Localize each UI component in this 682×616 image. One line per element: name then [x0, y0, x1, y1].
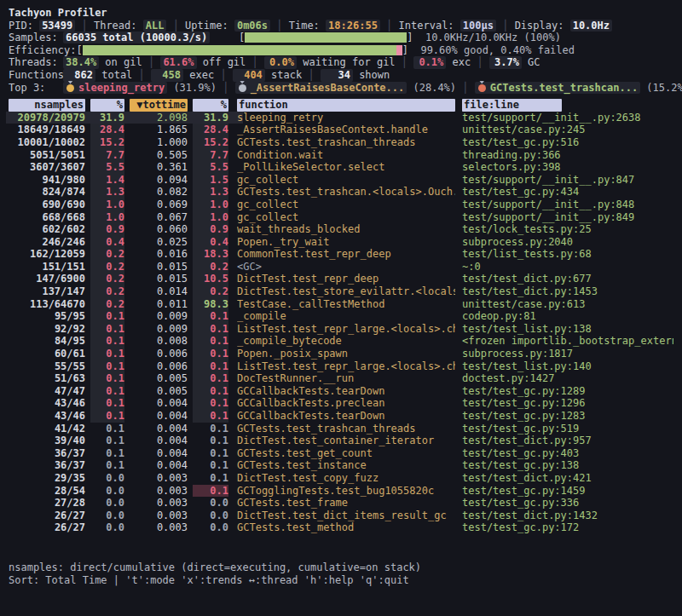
- table-row[interactable]: 47/470.10.0050.1GCCallbackTests.tearDown…: [9, 385, 673, 398]
- nsamples-cell: 36/37: [9, 447, 85, 460]
- time-value: 18:26:55: [326, 20, 380, 32]
- function-stat-label: shown: [353, 69, 390, 81]
- nsamples-cell: 113/64670: [9, 298, 85, 311]
- tottime-cell: 0.069: [130, 199, 188, 211]
- table-row[interactable]: 55/550.10.0060.1ListTest.test_repr_large…: [9, 360, 673, 373]
- cumulative-pct-cell: 0.2: [193, 261, 228, 273]
- column-header-tottime-sorted[interactable]: ▼tottime: [130, 99, 188, 112]
- app-title: Tachyon Profiler: [9, 7, 673, 20]
- function-stat-value: 458: [151, 69, 183, 82]
- top3-item[interactable]: _AssertRaisesBaseConte...: [235, 82, 407, 94]
- direct-pct-cell: 0.2: [90, 261, 124, 273]
- top3-percent: (28.4%): [407, 82, 456, 94]
- time-label: Time:: [289, 20, 326, 32]
- table-row[interactable]: 824/8741.30.0821.3GCTests.test_trashcan.…: [9, 186, 673, 199]
- nsamples-cell: 47/47: [9, 385, 85, 398]
- separator: │: [166, 20, 185, 32]
- direct-pct-cell: 1.0: [90, 199, 124, 211]
- column-header-direct-pct[interactable]: %: [90, 99, 124, 112]
- cumulative-pct-cell: 0.1: [193, 410, 228, 423]
- profile-table: nsamples % ▼tottime % function file:line…: [9, 99, 673, 534]
- table-row[interactable]: 51/630.10.0050.1DocTestRunner.__rundocte…: [9, 372, 673, 385]
- table-row[interactable]: 18649/1864928.41.86528.4_AssertRaisesBas…: [9, 124, 673, 136]
- uptime-label: Uptime:: [185, 20, 234, 32]
- table-row[interactable]: 41/420.10.0040.1GCTests.test_trashcan_th…: [9, 423, 673, 435]
- direct-pct-cell: 7.7: [90, 149, 124, 162]
- cumulative-pct-cell: 7.7: [193, 149, 228, 162]
- table-row[interactable]: 26/270.00.0030.0DictTest.test_dict_items…: [9, 509, 673, 522]
- tottime-cell: 0.004: [130, 397, 188, 410]
- nsamples-cell: 246/246: [9, 236, 85, 249]
- nsamples-cell: 690/690: [9, 199, 85, 211]
- table-row[interactable]: 151/1510.20.0150.2<GC>~:0: [9, 261, 673, 273]
- tottime-cell: 0.005: [130, 385, 188, 398]
- cumulative-pct-cell: 0.1: [193, 360, 228, 373]
- column-header-cumulative-pct[interactable]: %: [193, 99, 228, 112]
- table-row[interactable]: 29/350.00.0030.1DictTest.test_copy_fuzzt…: [9, 472, 673, 485]
- nsamples-cell: 147/6900: [9, 273, 85, 285]
- table-row[interactable]: 941/9801.40.0941.5gc_collecttest/support…: [9, 174, 673, 187]
- table-row[interactable]: 162/120590.20.01618.3CommonTest.test_rep…: [9, 248, 673, 261]
- table-row[interactable]: 690/6901.00.0691.0gc_collecttest/support…: [9, 199, 673, 211]
- samples-rate: 10.0KHz/10.0KHz (100%): [413, 32, 560, 43]
- table-row[interactable]: 26/270.00.0030.0GCTests.test_methodtest/…: [9, 521, 673, 534]
- cumulative-pct-cell: 0.1: [193, 310, 228, 323]
- fileline-cell: test/test_gc.py:434: [462, 186, 673, 199]
- table-row[interactable]: 95/950.10.0090.1_compilecodeop.py:81: [9, 310, 673, 323]
- function-cell: gc_collect: [237, 199, 455, 211]
- table-row[interactable]: 36/370.10.0040.1GCTests.test_instancetes…: [9, 459, 673, 472]
- table-row[interactable]: 5051/50517.70.5057.7Condition.waitthread…: [9, 149, 673, 162]
- cumulative-pct-cell: 0.0: [193, 497, 228, 509]
- table-row[interactable]: 246/2460.40.0250.4Popen._try_waitsubproc…: [9, 236, 673, 249]
- top3-item[interactable]: sleeping_retry: [63, 82, 167, 94]
- nsamples-cell: 941/980: [9, 174, 85, 187]
- table-row[interactable]: 668/6681.00.0671.0gc_collecttest/support…: [9, 211, 673, 224]
- table-row[interactable]: 147/69000.20.01510.5DictTest.test_repr_d…: [9, 273, 673, 285]
- fileline-cell: test/test_gc.py:403: [462, 447, 673, 460]
- fileline-cell: unittest/case.py:245: [462, 124, 673, 136]
- table-row[interactable]: 84/950.10.0080.1_compile_bytecode<frozen…: [9, 335, 673, 348]
- nsamples-cell: 55/55: [9, 360, 85, 373]
- top3-percent: (15.2%): [640, 82, 682, 94]
- fileline-cell: test/test_gc.py:1296: [462, 397, 673, 410]
- table-row[interactable]: 39/400.10.0040.1DictTest.test_container_…: [9, 435, 673, 447]
- direct-pct-cell: 1.0: [90, 211, 124, 224]
- table-row[interactable]: 20978/2097931.92.09831.9sleeping_retryte…: [9, 112, 673, 124]
- thread-label: Thread:: [94, 20, 143, 32]
- column-header-nsamples[interactable]: nsamples: [9, 99, 85, 112]
- function-cell: DocTestRunner.__run: [237, 372, 455, 385]
- cumulative-pct-cell: 1.5: [193, 174, 228, 187]
- table-row[interactable]: 113/646700.20.01198.3TestCase._callTestM…: [9, 298, 673, 311]
- tottime-cell: 0.009: [130, 323, 188, 336]
- fileline-cell: test/test_gc.py:1283: [462, 410, 673, 423]
- table-row[interactable]: 60/610.10.0060.1Popen._posix_spawnsubpro…: [9, 348, 673, 360]
- function-cell: Popen._try_wait: [237, 236, 455, 249]
- nsamples-cell: 824/874: [9, 186, 85, 199]
- top3-item[interactable]: GCTests.test_trashcan...: [475, 82, 640, 94]
- table-row[interactable]: 27/280.00.0030.0GCTests.test_frametest/t…: [9, 497, 673, 509]
- thread-stat-value: 0.0%: [264, 56, 297, 69]
- nsamples-cell: 151/151: [9, 261, 85, 273]
- column-header-function[interactable]: function: [237, 99, 455, 112]
- table-row[interactable]: 28/540.00.0030.1GCTogglingTests.test_bug…: [9, 485, 673, 498]
- table-row[interactable]: 36/370.10.0040.1GCTests.test_get_countte…: [9, 447, 673, 460]
- table-row[interactable]: 92/920.10.0090.1ListTest.test_repr_large…: [9, 323, 673, 336]
- column-header-fileline[interactable]: file:line: [462, 99, 562, 112]
- cumulative-pct-cell: 31.9: [193, 112, 228, 124]
- cumulative-pct-cell: 0.1: [193, 397, 228, 410]
- separator: │: [302, 69, 321, 81]
- thread-stat-value: 0.1%: [413, 56, 446, 69]
- fileline-cell: test/support/__init__.py:849: [462, 211, 673, 224]
- table-row[interactable]: 602/6020.90.0600.9wait_threads_blockedte…: [9, 223, 673, 236]
- thread-value[interactable]: ALL: [143, 20, 167, 32]
- fileline-cell: test/test_gc.py:336: [462, 497, 673, 509]
- cumulative-pct-cell: 1.0: [193, 199, 228, 211]
- table-row[interactable]: 43/460.10.0040.1GCCallbackTests.preclean…: [9, 397, 673, 410]
- table-row[interactable]: 10001/1000215.21.00015.2GCTests.test_tra…: [9, 136, 673, 149]
- nsamples-cell: 41/42: [9, 423, 85, 435]
- table-row[interactable]: 43/460.10.0040.1GCCallbackTests.tearDown…: [9, 410, 673, 423]
- table-row[interactable]: 3607/36075.50.3615.5_PollLikeSelector.se…: [9, 161, 673, 174]
- fileline-cell: codeop.py:81: [462, 310, 673, 323]
- efficiency-bar: [83, 45, 402, 55]
- table-row[interactable]: 137/1470.20.0140.2DictTest.test_store_ev…: [9, 285, 673, 298]
